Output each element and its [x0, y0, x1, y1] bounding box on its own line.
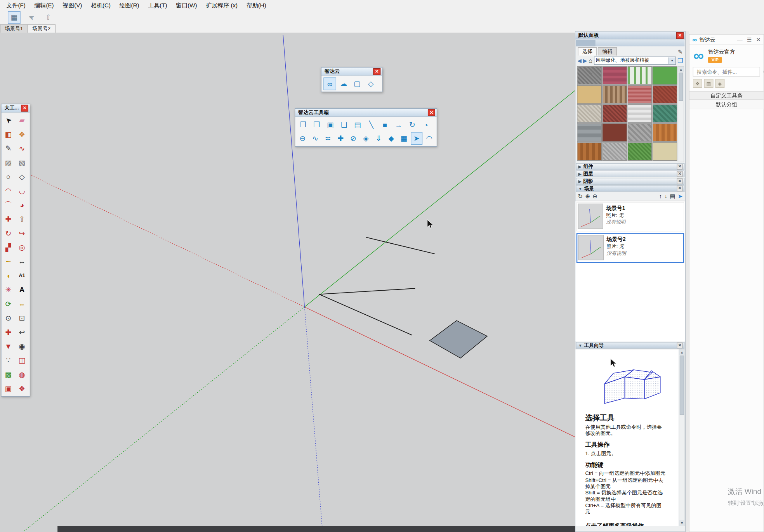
import-icon[interactable]: → — [392, 118, 405, 131]
disable-icon[interactable]: ⊘ — [347, 132, 359, 145]
scroll-up-icon[interactable]: ▲ — [679, 350, 685, 355]
move-scene-down-icon[interactable]: ↓ — [664, 193, 667, 200]
sync-icon[interactable]: ↻ — [406, 118, 418, 131]
model-info-tool-icon[interactable]: ▣ — [2, 381, 15, 395]
menu-item[interactable]: 窗口(W) — [172, 0, 201, 10]
three-d-text-tool-icon[interactable]: A — [15, 282, 29, 296]
close-icon[interactable]: ✕ — [676, 32, 684, 39]
previous-view-tool-icon[interactable]: ↩ — [15, 325, 29, 339]
toolbar-icon[interactable]: ⇧ — [42, 11, 55, 24]
open-file-icon[interactable]: ❒ — [297, 118, 309, 131]
rotated-rectangle-tool-icon[interactable]: ▧ — [15, 156, 29, 170]
material-thumb[interactable] — [627, 85, 652, 104]
look-around-tool-icon[interactable]: ◉ — [15, 339, 29, 353]
close-icon[interactable]: ✕ — [677, 171, 682, 177]
push-pull-tool-icon[interactable]: ⇧ — [15, 212, 29, 226]
library-icon[interactable]: ▤ — [351, 118, 364, 131]
default-group-header[interactable]: 默认分组 — [689, 100, 764, 109]
axes-tool-icon[interactable]: ✳ — [2, 282, 15, 296]
view-options-icon[interactable]: ▤ — [670, 193, 675, 200]
section-layers[interactable]: ▶ 图层 ✕ — [576, 170, 685, 177]
zoom-extents-tool-icon[interactable]: ✚ — [2, 325, 15, 339]
material-thumb[interactable] — [653, 104, 677, 123]
pie-tool-icon[interactable]: ◕ — [15, 198, 29, 212]
material-thumb[interactable] — [627, 142, 652, 161]
scene-tab[interactable]: 场景号1 — [0, 24, 28, 33]
sample-paint-icon[interactable]: ✎ — [678, 49, 683, 56]
material-thumb[interactable] — [577, 123, 602, 142]
three-point-arc-tool-icon[interactable]: ⌒ — [2, 198, 15, 212]
pointer-icon[interactable]: ➤ — [411, 132, 422, 145]
arc-tool-icon[interactable]: ◠ — [2, 184, 15, 198]
chevron-down-icon[interactable]: ▼ — [578, 343, 582, 347]
material-category-dropdown[interactable]: 园林绿化、地被层和植被 ▾ — [594, 56, 676, 64]
material-filter-icon[interactable]: ❖ — [693, 79, 702, 88]
scroll-thumb[interactable] — [679, 73, 683, 101]
menu-item[interactable]: 文件(F) — [2, 0, 30, 10]
menu-item[interactable]: 扩展程序 (x) — [201, 0, 242, 10]
menu-item[interactable]: 相机(C) — [87, 0, 115, 10]
chevron-down-icon[interactable]: ▼ — [578, 186, 582, 191]
download-icon[interactable]: ⇓ — [373, 132, 384, 145]
plugin-search-box[interactable] — [693, 67, 760, 76]
material-replace-tool-icon[interactable]: ❖ — [15, 127, 29, 141]
material-thumb[interactable] — [602, 66, 627, 85]
extension-tool-icon[interactable]: ❖ — [15, 381, 29, 395]
menu-item[interactable]: 视图(V) — [58, 0, 87, 10]
close-icon[interactable]: ✕ — [373, 68, 380, 75]
save-icon[interactable]: ▣ — [324, 118, 337, 131]
instructor-more-link[interactable]: 点击了解更多高级操作…… — [585, 522, 677, 526]
close-icon[interactable]: ✕ — [677, 178, 682, 184]
paint-bucket-tool-icon[interactable]: ◧ — [2, 127, 15, 141]
minimize-icon[interactable]: — — [737, 36, 743, 43]
close-icon[interactable]: ✕ — [677, 343, 682, 348]
remove-scene-icon[interactable]: ⊖ — [592, 193, 597, 200]
solid-tools-icon[interactable]: ◍ — [15, 367, 29, 381]
close-icon[interactable]: ✕ — [21, 105, 28, 112]
update-scene-icon[interactable]: ↻ — [578, 193, 583, 200]
move-scene-up-icon[interactable]: ↑ — [659, 193, 662, 200]
search-input[interactable] — [696, 68, 763, 75]
follow-me-tool-icon[interactable]: ↪ — [15, 226, 29, 240]
chevron-right-icon[interactable]: ▶ — [578, 179, 582, 183]
scale-tool-icon[interactable]: ▞ — [2, 240, 15, 254]
select-box-icon[interactable]: ▢ — [351, 78, 364, 90]
material-thumb[interactable] — [627, 104, 652, 123]
material-thumb[interactable] — [627, 66, 652, 85]
tag-filter-icon[interactable]: ◈ — [715, 79, 724, 88]
material-thumb[interactable] — [653, 123, 677, 142]
freehand-tool-icon[interactable]: ∿ — [15, 141, 29, 155]
menu-item[interactable]: 绘图(R) — [115, 0, 144, 10]
scene-list-item[interactable]: 场景号2 照片: 无 没有说明 — [576, 233, 684, 263]
material-thumb[interactable] — [577, 104, 602, 123]
material-thumb[interactable] — [653, 85, 677, 104]
scene-list-item[interactable]: 场景号1 照片: 无 没有说明 — [576, 202, 684, 231]
tray-title-bar[interactable]: 默认面板 ✕ — [575, 32, 685, 40]
materials-tab[interactable]: 编辑 — [598, 47, 617, 55]
section-components[interactable]: ▶ 组件 ✕ — [576, 163, 685, 170]
cloud-logo-icon[interactable]: ∞ — [323, 78, 336, 90]
sandbox-tool-icon[interactable]: ▩ — [2, 367, 15, 381]
material-thumb[interactable] — [602, 104, 627, 123]
move-tool-icon[interactable]: ✚ — [2, 212, 15, 226]
section-icon[interactable]: ≍ — [322, 132, 334, 145]
grid-icon[interactable]: ▦ — [398, 132, 410, 145]
remove-icon[interactable]: ⊖ — [297, 132, 308, 145]
material-thumb[interactable] — [653, 142, 677, 161]
close-icon[interactable]: ✕ — [756, 36, 761, 43]
material-thumb[interactable] — [627, 123, 652, 142]
toolbar-icon[interactable]: ➤ — [25, 11, 38, 24]
texture-filter-icon[interactable]: ▨ — [704, 79, 714, 88]
material-thumb[interactable] — [577, 66, 602, 85]
circle-tool-icon[interactable]: ○ — [2, 170, 15, 184]
material-thumb[interactable] — [602, 85, 627, 104]
materials-tab[interactable]: 选择 — [578, 47, 597, 55]
zhidayun-toolbox-title-bar[interactable]: 智达云工具箱 ✕ — [295, 109, 437, 117]
tape-measure-tool-icon[interactable]: ╾ — [2, 254, 15, 268]
two-point-arc-tool-icon[interactable]: ◡ — [15, 184, 29, 198]
section-plane-tool-icon[interactable]: ◫ — [15, 353, 29, 367]
show-details-icon[interactable]: ➤ — [678, 193, 683, 200]
line-tool-icon[interactable]: ✎ — [2, 141, 15, 155]
text-tool-icon[interactable]: A1 — [15, 269, 29, 282]
material-thumb[interactable] — [602, 142, 627, 161]
